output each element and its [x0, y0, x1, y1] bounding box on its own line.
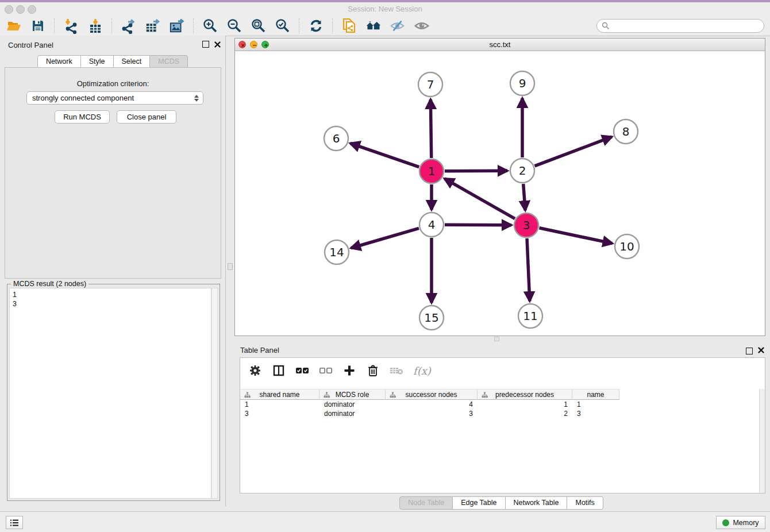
graph-edge-4-3[interactable]: [445, 225, 511, 225]
tab-mcds[interactable]: MCDS: [150, 55, 188, 68]
delete-table-icon[interactable]: [390, 364, 403, 377]
graph-node-9[interactable]: 9: [510, 71, 534, 95]
criterion-dropdown[interactable]: strongly connected component: [26, 91, 203, 105]
horizontal-divider-handle[interactable]: [494, 337, 499, 341]
control-panel-title: Control Panel: [8, 41, 53, 49]
column-header-name[interactable]: name: [572, 389, 619, 400]
graph-edge-2-3[interactable]: [523, 184, 525, 210]
open-file-icon[interactable]: [6, 18, 22, 34]
tab-network[interactable]: Network: [37, 55, 81, 68]
hide-selected-icon[interactable]: [390, 18, 406, 34]
panel-divider-handle[interactable]: [228, 263, 233, 270]
search-field[interactable]: [596, 19, 764, 33]
window-titlebar[interactable]: Session: New Session: [0, 2, 770, 16]
network-graph[interactable]: 7968124314101511: [235, 51, 765, 336]
save-session-icon[interactable]: [30, 18, 46, 34]
table-vertical-scrollbar[interactable]: [759, 389, 765, 493]
column-type-icon: [482, 392, 488, 398]
tab-motifs[interactable]: Motifs: [567, 496, 603, 510]
graph-edge-3-10[interactable]: [540, 228, 613, 244]
network-close-button[interactable]: [238, 41, 246, 48]
float-table-panel-icon[interactable]: [746, 346, 753, 357]
column-header-shared-name[interactable]: shared name: [240, 389, 319, 400]
run-mcds-button[interactable]: Run MCDS: [55, 110, 110, 124]
graph-node-11[interactable]: 11: [518, 304, 542, 328]
tab-style[interactable]: Style: [81, 55, 114, 68]
graph-node-10[interactable]: 10: [615, 234, 639, 259]
network-minimize-button[interactable]: [250, 41, 257, 48]
network-window-titlebar[interactable]: scc.txt: [235, 38, 765, 51]
mcds-result-text[interactable]: 1 3: [9, 288, 211, 499]
graph-node-7[interactable]: 7: [418, 72, 442, 97]
table-cell[interactable]: 3: [386, 409, 478, 418]
float-panel-icon[interactable]: [202, 41, 209, 48]
split-columns-icon[interactable]: [272, 364, 286, 377]
network-maximize-button[interactable]: [261, 41, 269, 48]
table-cell[interactable]: 3: [572, 409, 619, 418]
graph-node-2[interactable]: 2: [510, 159, 534, 183]
table-row[interactable]: 1dominator411: [240, 400, 765, 409]
graph-node-4[interactable]: 4: [419, 213, 444, 237]
graph-node-6[interactable]: 6: [324, 126, 348, 151]
mcds-result-legend: MCDS result (2 nodes): [11, 280, 88, 288]
column-type-icon: [244, 392, 251, 398]
refresh-icon[interactable]: [308, 18, 324, 34]
table-cell[interactable]: 1: [478, 400, 572, 409]
memory-button[interactable]: Memory: [716, 516, 765, 529]
optimization-criterion-label: Optimization criterion:: [5, 79, 221, 88]
table-cell[interactable]: 1: [240, 400, 319, 409]
zoom-in-icon[interactable]: [202, 18, 218, 34]
close-panel-button[interactable]: Close panel: [117, 110, 176, 124]
graph-node-1[interactable]: 1: [419, 159, 444, 183]
import-network-icon[interactable]: [63, 18, 79, 34]
graph-edge-4-14[interactable]: [351, 228, 419, 248]
function-builder-icon[interactable]: f(x): [413, 365, 431, 377]
graph-node-3[interactable]: 3: [514, 213, 538, 237]
graph-node-15[interactable]: 15: [419, 306, 444, 330]
column-header-predecessor-nodes[interactable]: predecessor nodes: [478, 389, 572, 400]
table-cell[interactable]: dominator: [319, 400, 386, 409]
graph-edge-2-8[interactable]: [535, 137, 612, 166]
import-table-icon[interactable]: [87, 18, 103, 34]
export-table-icon[interactable]: [145, 18, 161, 34]
table-cell[interactable]: 1: [572, 400, 619, 409]
close-panel-icon[interactable]: [214, 41, 221, 48]
graph-edge-3-1[interactable]: [445, 179, 515, 219]
close-table-panel-icon[interactable]: [758, 347, 764, 353]
show-eye-icon[interactable]: [414, 18, 430, 34]
zoom-out-icon[interactable]: [226, 18, 242, 34]
tab-node-table[interactable]: Node Table: [399, 496, 453, 510]
table-cell[interactable]: 2: [478, 409, 572, 418]
export-image-icon[interactable]: [169, 18, 185, 34]
tab-select[interactable]: Select: [114, 55, 151, 68]
task-history-button[interactable]: [6, 516, 23, 529]
graph-edge-3-11[interactable]: [527, 238, 530, 301]
select-all-checks-icon[interactable]: [295, 364, 309, 377]
graph-edge-1-2[interactable]: [445, 171, 507, 171]
duplicate-network-icon[interactable]: [341, 18, 357, 34]
tab-edge-table[interactable]: Edge Table: [453, 496, 505, 510]
zoom-selected-icon[interactable]: [275, 18, 291, 34]
zoom-fit-icon[interactable]: [251, 18, 267, 34]
column-header-successor-nodes[interactable]: successor nodes: [386, 389, 478, 400]
graph-edge-1-7[interactable]: [430, 99, 431, 158]
graph-edge-1-6[interactable]: [351, 143, 419, 167]
table-cell[interactable]: 3: [240, 409, 319, 418]
table-settings-icon[interactable]: [248, 364, 262, 377]
graph-node-8[interactable]: 8: [614, 119, 638, 144]
delete-column-icon[interactable]: [366, 364, 380, 377]
export-network-icon[interactable]: [121, 18, 137, 34]
graph-node-14[interactable]: 14: [325, 240, 349, 264]
tab-network-table[interactable]: Network Table: [506, 496, 568, 510]
deselect-all-checks-icon[interactable]: [319, 364, 333, 377]
column-header-label: shared name: [259, 391, 299, 399]
column-header-MCDS-role[interactable]: MCDS role: [319, 389, 386, 400]
table-row[interactable]: 3dominator323: [240, 409, 765, 418]
table-cell[interactable]: 4: [386, 400, 478, 409]
add-column-icon[interactable]: [342, 364, 356, 377]
table-cell[interactable]: dominator: [319, 409, 386, 418]
result-scrollbar[interactable]: [211, 288, 218, 499]
show-all-icon[interactable]: [365, 18, 382, 34]
table-header-row: shared nameMCDS rolesuccessor nodesprede…: [240, 389, 765, 400]
search-input[interactable]: [612, 21, 758, 30]
